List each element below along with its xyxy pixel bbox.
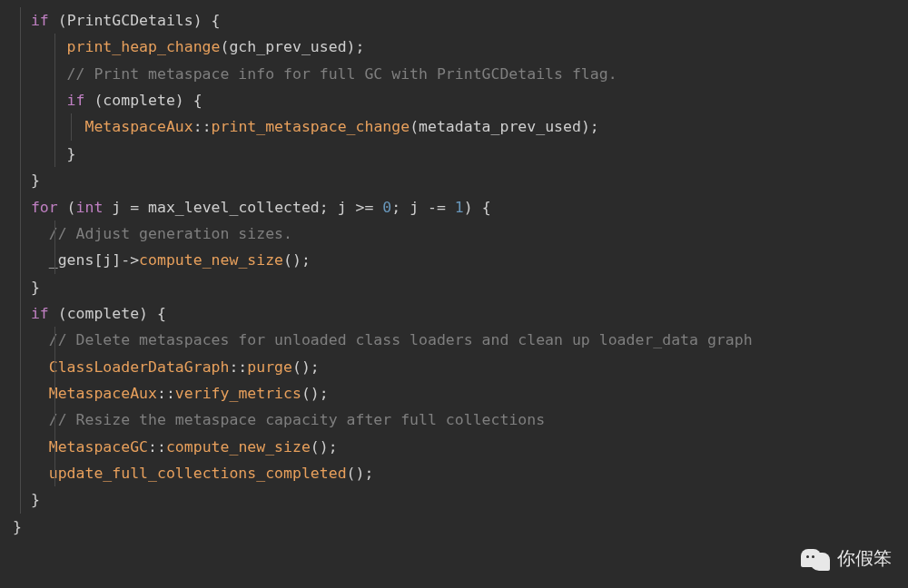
token-br: ) { — [193, 12, 221, 29]
indent-guide — [54, 434, 55, 460]
indent-guide — [20, 194, 21, 220]
indent-guide — [54, 61, 55, 87]
watermark: 你假笨 — [801, 543, 892, 575]
token-br: (); — [292, 358, 320, 376]
code-line[interactable]: ClassLoaderDataGraph::purge(); — [0, 354, 908, 380]
token-br: ( — [221, 38, 230, 55]
indent-guide — [20, 113, 21, 140]
indent-guide — [54, 380, 55, 407]
token-id: gch_prev_used — [229, 38, 346, 55]
code-line[interactable]: } — [0, 514, 908, 540]
indent-guide — [54, 34, 55, 60]
token-fn: MetaspaceAux — [84, 118, 192, 135]
token-fn: update_full_collections_completed — [49, 465, 347, 482]
indent-guide — [71, 113, 72, 140]
code-line[interactable]: if (PrintGCDetails) { — [0, 7, 908, 34]
token-fn: ClassLoaderDataGraph — [49, 358, 230, 376]
code-line[interactable]: MetaspaceAux::verify_metrics(); — [0, 380, 908, 407]
token-br: (); — [283, 251, 311, 269]
token-br: ); — [581, 118, 599, 135]
code-line[interactable]: print_heap_change(gch_prev_used); — [0, 34, 908, 60]
token-id: _gens — [49, 251, 94, 269]
token-br: (); — [347, 465, 374, 482]
code-line[interactable]: } — [0, 274, 908, 300]
token-cm: // Print metaspace info for full GC with… — [67, 65, 617, 83]
indent-guide — [20, 274, 21, 300]
code-editor[interactable]: if (PrintGCDetails) { print_heap_change(… — [0, 7, 908, 540]
token-br: ]-> — [112, 251, 139, 269]
token-br: ) { — [139, 305, 166, 322]
token-id: metadata_prev_used — [419, 118, 581, 135]
token-br: :: — [148, 438, 166, 456]
code-line[interactable]: MetaspaceGC::compute_new_size(); — [0, 434, 908, 460]
indent-guide — [20, 300, 21, 327]
code-line[interactable]: } — [0, 141, 908, 167]
token-br: } — [31, 491, 40, 508]
token-br: } — [13, 518, 22, 535]
indent-guide — [20, 460, 21, 486]
indent-guide — [54, 220, 55, 247]
indent-guide — [54, 87, 55, 113]
token-br: ( — [410, 118, 419, 135]
indent-guide — [54, 460, 55, 486]
code-line[interactable]: update_full_collections_completed(); — [0, 460, 908, 486]
indent-guide — [20, 247, 21, 273]
token-id: PrintGCDetails — [67, 12, 193, 29]
indent-guide — [20, 327, 21, 353]
token-fn: MetaspaceAux — [49, 385, 157, 402]
indent-guide — [20, 220, 21, 247]
token-fn: print_heap_change — [67, 38, 221, 55]
indent-guide — [20, 434, 21, 460]
token-br: ( — [49, 12, 67, 29]
code-line[interactable]: MetaspaceAux::print_metaspace_change(met… — [0, 113, 908, 140]
indent-guide — [20, 141, 21, 167]
token-br: ) { — [175, 92, 202, 109]
code-line[interactable]: // Print metaspace info for full GC with… — [0, 61, 908, 87]
indent-guide — [20, 486, 21, 513]
token-id: max_level_collected — [139, 199, 320, 216]
token-id: j — [338, 199, 356, 216]
token-fn: compute_new_size — [166, 438, 311, 456]
code-line[interactable]: for (int j = max_level_collected; j >= 0… — [0, 194, 908, 220]
token-cm: // Delete metaspaces for unloaded class … — [49, 331, 753, 348]
code-line[interactable]: if (complete) { — [0, 87, 908, 113]
token-fn: print_metaspace_change — [212, 118, 410, 135]
token-br: ( — [84, 92, 103, 109]
token-br: :: — [229, 358, 247, 376]
token-br: (); — [301, 385, 329, 402]
indent-guide — [20, 407, 21, 433]
token-kw: if — [67, 92, 85, 109]
token-br: } — [31, 279, 40, 296]
token-op: -= — [428, 199, 446, 216]
indent-guide — [54, 327, 55, 353]
token-num: 0 — [373, 199, 391, 216]
indent-guide — [20, 87, 21, 113]
code-line[interactable]: } — [0, 486, 908, 513]
code-line[interactable]: // Adjust generation sizes. — [0, 220, 908, 247]
token-cm: // Adjust generation sizes. — [49, 225, 292, 242]
token-ty: int — [76, 199, 104, 216]
code-line[interactable]: } — [0, 167, 908, 193]
token-br: ) { — [464, 199, 491, 216]
token-fn: verify_metrics — [175, 385, 301, 402]
token-id: j — [103, 199, 130, 216]
code-line[interactable]: if (complete) { — [0, 300, 908, 327]
code-line[interactable]: _gens[j]->compute_new_size(); — [0, 247, 908, 273]
token-op: >= — [356, 199, 374, 216]
token-kw: for — [31, 199, 58, 216]
indent-guide — [20, 61, 21, 87]
token-br: :: — [193, 118, 212, 135]
indent-guide — [54, 354, 55, 380]
wechat-icon — [801, 547, 830, 571]
indent-guide — [20, 7, 21, 34]
code-line[interactable]: // Resize the metaspace capacity after f… — [0, 407, 908, 433]
token-id: j — [103, 251, 112, 269]
token-br: ; — [320, 199, 338, 216]
token-br: ( — [58, 199, 76, 216]
indent-guide — [20, 34, 21, 60]
token-id: complete — [103, 92, 174, 109]
code-line[interactable]: // Delete metaspaces for unloaded class … — [0, 327, 908, 353]
indent-guide — [54, 113, 55, 140]
token-br: } — [31, 172, 40, 189]
indent-guide — [20, 167, 21, 193]
